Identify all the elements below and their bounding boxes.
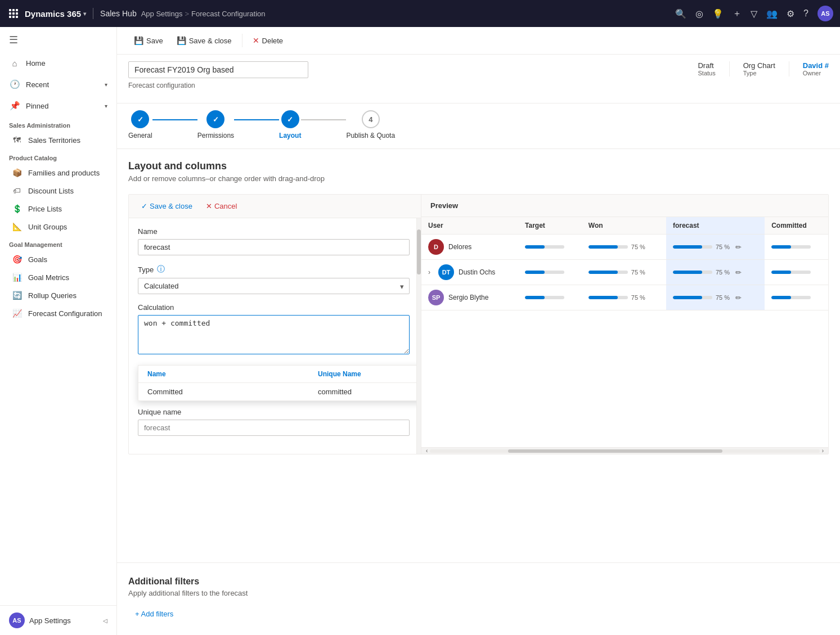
type-info-icon[interactable]: ⓘ <box>157 264 165 274</box>
sidebar-footer-chevron: ◁ <box>103 618 107 624</box>
layout-panel: ✓ Save & close ✕ Cancel Name <box>128 194 829 454</box>
type-select[interactable]: Calculated Rollup Simple <box>138 278 410 294</box>
col-cancel-icon: ✕ <box>206 202 212 210</box>
target-cell-delores <box>518 235 582 260</box>
sidebar-item-sales-territories[interactable]: 🗺 Sales Territories <box>0 131 116 149</box>
plus-icon[interactable]: ＋ <box>733 8 742 20</box>
calculation-textarea[interactable]: won + committed <box>138 315 410 354</box>
sidebar-item-goal-metrics[interactable]: 📊 Goal Metrics <box>0 268 116 286</box>
scroll-thumb <box>417 229 421 274</box>
app-name: Sales Hub <box>100 9 137 18</box>
sidebar-item-pinned[interactable]: 📌 Pinned ▾ <box>0 95 116 116</box>
avatar-delores: D <box>428 239 444 255</box>
preview-col-won: Won <box>582 217 666 235</box>
step-label-permissions: Permissions <box>197 132 234 139</box>
target-cell-dustin <box>518 260 582 285</box>
sidebar-item-recent[interactable]: 🕐 Recent ▾ <box>0 74 116 95</box>
people-icon[interactable]: 👥 <box>766 8 778 19</box>
check-circle-icon[interactable]: ◎ <box>695 8 703 19</box>
sidebar-item-unit-groups[interactable]: 📐 Unit Groups <box>0 218 116 236</box>
step-label-layout: Layout <box>279 132 301 139</box>
committed-cell-dustin <box>765 260 828 285</box>
step-general[interactable]: ✓ General <box>128 110 152 139</box>
col-cancel-button[interactable]: ✕ Cancel <box>200 199 242 213</box>
calculation-label: Calculation <box>138 303 410 312</box>
step-permissions[interactable]: ✓ Permissions <box>197 110 234 139</box>
sidebar-item-goals[interactable]: 🎯 Goals <box>0 250 116 268</box>
brand-chevron: ▾ <box>83 11 86 17</box>
save-close-icon: 💾 <box>177 36 186 45</box>
expand-icon-dustin[interactable]: › <box>428 268 430 276</box>
step-layout[interactable]: ✓ Layout <box>279 110 301 139</box>
add-filter-button[interactable]: + Add filters <box>128 606 180 622</box>
filter-icon[interactable]: ▽ <box>751 8 757 19</box>
layout-section-subtitle: Add or remove columns–or change order wi… <box>128 174 829 183</box>
sidebar-item-price-lists[interactable]: 💲 Price Lists <box>0 200 116 218</box>
user-cell-dustin: › DT Dustin Ochs <box>421 260 518 285</box>
edit-icon-delores[interactable]: ✏ <box>735 243 742 251</box>
target-cell-sergio <box>518 285 582 310</box>
edit-icon-dustin[interactable]: ✏ <box>735 268 742 277</box>
preview-scrollbar-track[interactable] <box>430 449 819 453</box>
committed-cell-delores <box>765 235 828 260</box>
delete-button[interactable]: ✕ Delete <box>247 33 289 48</box>
help-icon[interactable]: ? <box>803 8 808 19</box>
toolbar-separator <box>242 34 242 47</box>
autocomplete-row-committed[interactable]: Committed committed <box>138 383 421 400</box>
sidebar-item-rollup-queries[interactable]: 🔄 Rollup Queries <box>0 286 116 304</box>
unique-name-input[interactable] <box>138 420 410 436</box>
sidebar-toggle[interactable]: ☰ <box>0 27 116 53</box>
type-select-wrapper: Calculated Rollup Simple <box>138 278 410 294</box>
meta-type: Org Chart Type <box>743 61 775 76</box>
scroll-track[interactable] <box>416 218 421 454</box>
preview-title: Preview <box>421 195 828 217</box>
section-header-product-catalog: Product Catalog <box>0 149 116 164</box>
home-icon: ⌂ <box>9 58 20 68</box>
form-header: Forecast configuration Draft Status Org … <box>117 55 840 103</box>
preview-col-target: Target <box>518 217 582 235</box>
scroll-left-arrow[interactable]: ‹ <box>424 448 430 454</box>
sidebar-item-forecast-config[interactable]: 📈 Forecast Configuration <box>0 304 116 322</box>
config-label: Forecast configuration <box>128 82 308 89</box>
sidebar-item-home[interactable]: ⌂ Home <box>0 53 116 74</box>
sidebar-footer[interactable]: AS App Settings ◁ <box>0 605 116 635</box>
section-header-goal-mgmt: Goal Management <box>0 236 116 250</box>
delete-icon: ✕ <box>253 36 259 45</box>
col-save-close-button[interactable]: ✓ Save & close <box>136 199 198 213</box>
name-input[interactable] <box>138 239 410 255</box>
sidebar-item-discount-lists[interactable]: 🏷 Discount Lists <box>0 182 116 200</box>
forecast-config-icon: 📈 <box>11 309 23 318</box>
breadcrumb: App Settings > Forecast Configuration <box>141 10 266 18</box>
edit-icon-sergio[interactable]: ✏ <box>735 294 742 302</box>
layout-section-title: Layout and columns <box>128 160 829 172</box>
won-cell-sergio: 75 % <box>582 285 666 310</box>
brand[interactable]: Dynamics 365 ▾ <box>25 9 86 19</box>
preview-scrollbar-thumb <box>508 449 722 453</box>
user-avatar[interactable]: AS <box>817 6 833 21</box>
table-row: › DT Dustin Ochs <box>421 260 828 285</box>
sidebar-footer-avatar: AS <box>9 613 25 628</box>
grid-menu-icon[interactable] <box>7 7 20 20</box>
meta-status: Draft Status <box>698 61 715 76</box>
preview-col-forecast: forecast <box>666 217 765 235</box>
scroll-right-arrow[interactable]: › <box>820 448 826 454</box>
form-title-input[interactable] <box>128 61 308 78</box>
preview-data-table: User Target Won forecast Committed <box>421 217 828 310</box>
rollup-icon: 🔄 <box>11 291 23 300</box>
step-publish[interactable]: 4 Publish & Quota <box>346 110 395 139</box>
units-icon: 📐 <box>11 222 23 231</box>
save-icon: 💾 <box>134 36 143 45</box>
col-config-body: Name Type ⓘ Calculated <box>129 218 421 454</box>
lightbulb-icon[interactable]: 💡 <box>712 8 724 19</box>
table-row: SP Sergio Blythe <box>421 285 828 310</box>
won-cell-delores: 75 % <box>582 235 666 260</box>
save-close-button[interactable]: 💾 Save & close <box>171 33 237 48</box>
step-label-general: General <box>128 132 152 139</box>
sidebar-item-families[interactable]: 📦 Families and products <box>0 164 116 182</box>
save-button[interactable]: 💾 Save <box>128 33 169 48</box>
search-icon[interactable]: 🔍 <box>675 8 686 19</box>
settings-icon[interactable]: ⚙ <box>787 8 794 19</box>
section-header-sales-admin: Sales Administration <box>0 116 116 131</box>
content-area: 💾 Save 💾 Save & close ✕ Delete Forecast … <box>117 27 840 635</box>
col-config-toolbar: ✓ Save & close ✕ Cancel <box>129 195 421 218</box>
